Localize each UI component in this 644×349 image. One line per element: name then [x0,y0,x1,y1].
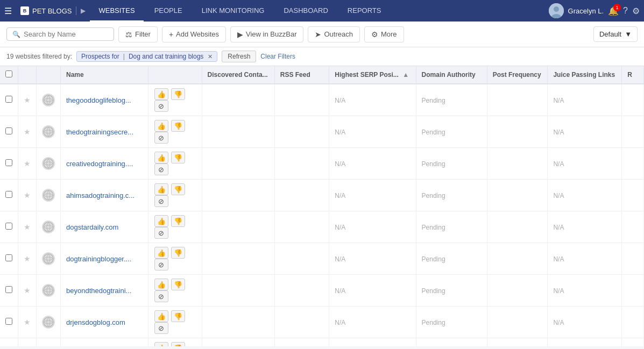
help-icon[interactable]: ? [623,6,628,16]
thumbs-down-button[interactable]: 👎 [171,215,185,227]
thumbs-down-button[interactable]: 👎 [171,152,185,163]
thumbs-down-button[interactable]: 👎 [171,183,185,195]
thumbs-up-button[interactable]: 👍 [154,342,168,346]
block-button[interactable]: ⊘ [154,227,168,239]
thumbs-down-button[interactable]: 👎 [171,342,185,346]
block-button[interactable]: ⊘ [154,132,168,144]
thumbs-up-button[interactable]: 👍 [154,120,168,132]
star-icon[interactable]: ★ [24,159,31,168]
block-button[interactable]: ⊘ [154,322,168,334]
site-name-link[interactable]: thegooddoglifeblog... [66,96,131,104]
row-name-cell: susangarrettdogagili... [61,338,148,347]
filter-button[interactable]: ⚖ Filter [118,26,158,42]
block-button[interactable]: ⊘ [154,195,168,207]
site-name-link[interactable]: dogtrainingblogger.... [66,255,131,263]
add-websites-button[interactable]: + Add Websites [162,26,226,42]
domain-status: Pending [422,224,445,231]
row-star-cell: ★ [18,180,37,211]
header-serp[interactable]: Highest SERP Posi... ▲ [329,66,416,84]
default-dropdown[interactable]: Default ▼ [593,26,638,42]
row-checkbox[interactable] [5,223,12,230]
svg-point-1 [554,6,559,12]
header-juice[interactable]: Juice Passing Links [548,66,622,84]
row-checkbox[interactable] [5,191,12,198]
row-checkbox[interactable] [5,286,12,293]
nav-tab-dashboard[interactable]: DASHBOARD [275,0,336,22]
site-name-link[interactable]: dogstardaily.com [66,223,118,231]
thumbs-down-button[interactable]: 👎 [171,88,185,100]
row-checkbox[interactable] [5,127,12,134]
thumbs-down-button[interactable]: 👎 [171,310,185,322]
row-checkbox[interactable] [5,254,12,261]
thumbs-up-button[interactable]: 👍 [154,88,168,100]
juice-value: N/A [553,192,564,200]
nav-logo[interactable]: B PET BLOGS [16,6,76,15]
row-domain-cell: Pending [416,243,487,275]
star-icon[interactable]: ★ [24,96,31,104]
block-button[interactable]: ⊘ [154,290,168,302]
thumbs-down-button[interactable]: 👎 [171,247,185,259]
filter-tag-close[interactable]: ✕ [208,53,213,60]
star-icon[interactable]: ★ [24,223,31,231]
row-actions-cell: 👍 👎 ⊘ [148,84,202,116]
thumbs-up-button[interactable]: 👍 [154,152,168,163]
block-button[interactable]: ⊘ [154,163,168,175]
thumbs-up-button[interactable]: 👍 [154,310,168,322]
search-box[interactable]: 🔍 [6,27,114,41]
header-post-freq[interactable]: Post Frequency [487,66,548,84]
star-icon[interactable]: ★ [24,286,31,295]
thumbs-up-button[interactable]: 👍 [154,183,168,195]
nav-tab-link-monitoring[interactable]: LINK MONITORING [193,0,273,22]
settings-gear-icon[interactable]: ⚙ [632,6,640,16]
thumbs-up-button[interactable]: 👍 [154,279,168,290]
row-name-cell: ahimsadogtraining.c... [61,180,148,211]
header-r[interactable]: R [622,66,644,84]
thumbs-up-button[interactable]: 👍 [154,215,168,227]
select-all-checkbox[interactable] [5,70,12,77]
nav-tab-websites[interactable]: WEBSITES [90,0,143,22]
star-icon[interactable]: ★ [24,318,31,326]
row-actions-cell: 👍 👎 ⊘ [148,307,202,338]
notification-bell[interactable]: 🔔 1 [608,6,619,16]
site-name-link[interactable]: drjensdogblog.com [66,318,125,326]
row-name-cell: thegooddoglifeblog... [61,84,148,116]
thumbs-down-button[interactable]: 👎 [171,279,185,290]
row-checkbox[interactable] [5,96,12,103]
clear-filters-link[interactable]: Clear Filters [260,53,295,60]
nav-tab-reports[interactable]: REPORTS [339,0,390,22]
row-discovered-cell [202,116,274,148]
search-input[interactable] [24,30,108,38]
svg-point-3 [44,95,53,105]
row-juice-cell: N/A [548,338,622,347]
hamburger-menu[interactable]: ☰ [4,6,12,16]
row-juice-cell: N/A [548,116,622,148]
row-checkbox[interactable] [5,318,12,325]
svg-point-8 [44,254,53,263]
star-icon[interactable]: ★ [24,127,31,136]
site-name-link[interactable]: thedogtrainingsecre... [66,128,133,136]
filter-tag-value: Dog and cat training blogs [129,53,203,60]
site-name-link[interactable]: ahimsadogtraining.c... [66,191,135,200]
block-button[interactable]: ⊘ [154,100,168,112]
site-name-link[interactable]: beyondthedogtraini... [66,287,131,295]
outreach-button[interactable]: ➤ Outreach [308,26,359,42]
row-rss-cell [274,148,329,180]
more-button[interactable]: ⚙ More [364,26,404,42]
star-icon[interactable]: ★ [24,191,31,200]
site-name-link[interactable]: creativedogtraining.... [66,160,133,168]
avatar[interactable] [549,3,564,18]
header-rss[interactable]: RSS Feed [274,66,329,84]
row-checkbox[interactable] [5,159,12,166]
star-icon[interactable]: ★ [24,254,31,263]
thumbs-up-button[interactable]: 👍 [154,247,168,259]
refresh-button[interactable]: Refresh [222,51,256,62]
block-button[interactable]: ⊘ [154,259,168,270]
header-name[interactable]: Name [61,66,148,84]
header-domain[interactable]: Domain Authority [416,66,487,84]
view-buzzbar-button[interactable]: ▶ View in BuzzBar [230,26,303,42]
row-name-cell: drjensdogblog.com [61,307,148,338]
header-discovered[interactable]: Discovered Conta... [202,66,274,84]
header-actions-col [148,66,202,84]
thumbs-down-button[interactable]: 👎 [171,120,185,132]
nav-tab-people[interactable]: PEOPLE [146,0,191,22]
